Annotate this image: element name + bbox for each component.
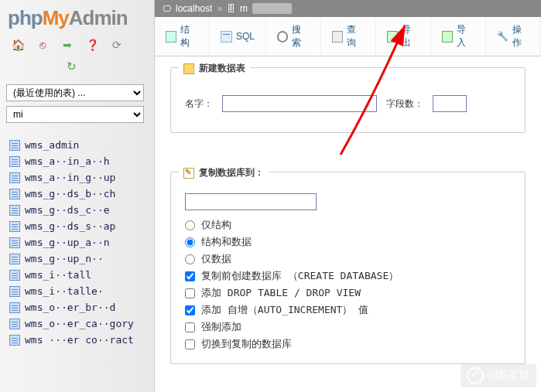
table-list: wms_admin wms_a··in_a··h wms_a··in_g··up… <box>0 131 154 354</box>
export-icon <box>387 31 398 43</box>
table-icon <box>9 172 20 183</box>
home-icon[interactable]: 🏠 <box>11 38 25 52</box>
table-row[interactable]: wms_o··er_ca··gory <box>3 315 151 332</box>
table-icon <box>9 140 20 151</box>
recent-tables-select[interactable]: (最近使用的表) ... <box>6 84 144 101</box>
watermark-icon <box>467 367 484 384</box>
table-row[interactable]: wms_g··up_n·· <box>3 251 151 267</box>
new-table-icon <box>183 63 194 74</box>
structure-icon <box>166 31 176 43</box>
exit-icon[interactable]: ⎋ <box>36 38 50 52</box>
table-icon <box>9 286 20 297</box>
wrench-icon: 🔧 <box>497 31 508 42</box>
table-name-input[interactable] <box>222 95 377 112</box>
table-icon <box>9 221 20 232</box>
opt-drop[interactable]: 添加 DROP TABLE / DROP VIEW <box>185 285 511 302</box>
table-row[interactable]: wms_o··er_br··d <box>3 299 151 315</box>
copy-target-input[interactable] <box>185 193 317 210</box>
table-icon <box>9 237 20 248</box>
logo-my: My <box>43 6 69 29</box>
table-icon <box>9 302 20 313</box>
table-icon <box>9 270 20 281</box>
table-icon <box>9 319 20 329</box>
tabs-bar: 结构 SQL 搜索 查询 导出 导入 🔧操作 <box>155 17 541 56</box>
help-icon[interactable]: ❓ <box>85 38 99 52</box>
db-selectors: (最近使用的表) ... mi <box>0 81 154 131</box>
database-select[interactable]: mi <box>6 106 144 123</box>
table-row[interactable]: wms_i··talle· <box>3 283 151 299</box>
breadcrumb-smudge: ____ <box>252 3 292 14</box>
tab-search[interactable]: 搜索 <box>266 17 321 56</box>
table-row[interactable]: wms_a··in_a··h <box>3 153 151 169</box>
copy-db-panel: 复制数据库到： 仅结构 结构和数据 仅数据 复制前创建数据库 （CREATE D… <box>170 172 526 364</box>
db-icon: 🗄 <box>227 4 235 13</box>
refresh-icon[interactable]: ↻ <box>67 60 77 73</box>
logo-php: php <box>8 6 43 29</box>
check-drop[interactable] <box>185 288 195 298</box>
logo: phpMyAdmin <box>0 0 154 33</box>
opt-struct-only[interactable]: 仅结构 <box>185 216 511 233</box>
table-icon <box>9 254 20 264</box>
radio-struct-only[interactable] <box>185 220 195 230</box>
table-icon <box>9 156 20 167</box>
copy-db-legend: 复制数据库到： <box>179 165 269 181</box>
tab-import[interactable]: 导入 <box>431 17 486 56</box>
main: 🖵 localhost » 🗄 m ____ 结构 SQL 搜索 查询 导出 导… <box>155 0 541 392</box>
sidebar: phpMyAdmin 🏠 ⎋ ➡ ❓ ⟳ ↻ (最近使用的表) ... mi w… <box>0 0 155 392</box>
breadcrumb-db[interactable]: m <box>240 3 248 14</box>
table-icon <box>9 205 20 216</box>
watermark: 创新互联 <box>461 364 536 387</box>
table-row[interactable]: wms_g··ds_c··e <box>3 202 151 218</box>
opt-struct-data[interactable]: 结构和数据 <box>185 233 511 251</box>
search-icon <box>277 31 288 43</box>
check-switch[interactable] <box>185 339 195 349</box>
copy-db-body: 仅结构 结构和数据 仅数据 复制前创建数据库 （CREATE DATABASE）… <box>171 189 525 363</box>
opt-create-db[interactable]: 复制前创建数据库 （CREATE DATABASE） <box>185 268 511 285</box>
radio-data-only[interactable] <box>185 254 195 264</box>
radio-struct-data[interactable] <box>185 237 195 247</box>
breadcrumb: 🖵 localhost » 🗄 m ____ <box>155 0 541 17</box>
table-row[interactable]: wms_g··ds_b··ch <box>3 186 151 202</box>
opt-switch[interactable]: 切换到复制的数据库 <box>185 336 511 353</box>
check-create-db[interactable] <box>185 271 195 281</box>
table-row[interactable]: wms_a··in_g··up <box>3 169 151 186</box>
check-autoinc[interactable] <box>185 305 195 315</box>
table-row[interactable]: wms_g··ds_s··ap <box>3 218 151 234</box>
breadcrumb-sep: » <box>217 3 222 14</box>
content: 新建数据表 名字： 字段数： 复制数据库到： 仅结构 结构和数据 仅数据 复制前… <box>155 56 541 392</box>
reload-icon[interactable]: ⟳ <box>110 38 124 52</box>
import-icon <box>442 31 453 43</box>
table-row[interactable]: wms_i··tall <box>3 267 151 283</box>
create-table-form: 名字： 字段数： <box>171 84 525 132</box>
nav-icons-row: 🏠 ⎋ ➡ ❓ ⟳ <box>0 33 154 56</box>
field-count-input[interactable] <box>433 95 467 112</box>
table-row[interactable]: wms_g··up_a··n <box>3 234 151 251</box>
tab-structure[interactable]: 结构 <box>155 17 210 56</box>
copy-icon <box>183 168 194 179</box>
tab-query[interactable]: 查询 <box>321 17 376 56</box>
table-row[interactable]: wms_admin <box>3 137 151 153</box>
sql-icon <box>221 31 232 43</box>
table-row[interactable]: wms ···er co··ract <box>3 332 151 348</box>
table-icon <box>9 335 20 346</box>
create-table-legend: 新建数据表 <box>179 60 250 77</box>
check-force[interactable] <box>185 322 195 332</box>
refresh-row: ↻ <box>0 56 154 81</box>
opt-autoinc[interactable]: 添加 自增（AUTO_INCREMENT） 值 <box>185 302 511 319</box>
breadcrumb-host[interactable]: localhost <box>176 3 212 14</box>
query-icon <box>332 31 343 43</box>
logo-admin: Admin <box>69 6 128 29</box>
name-label: 名字： <box>185 97 213 111</box>
table-icon <box>9 189 20 199</box>
sql-icon[interactable]: ➡ <box>60 38 74 52</box>
create-table-panel: 新建数据表 名字： 字段数： <box>170 67 526 133</box>
tab-operations[interactable]: 🔧操作 <box>486 17 541 56</box>
server-icon: 🖵 <box>163 4 171 13</box>
tab-export[interactable]: 导出 <box>376 17 431 56</box>
tab-sql[interactable]: SQL <box>210 17 266 56</box>
fields-label: 字段数： <box>386 97 423 111</box>
opt-data-only[interactable]: 仅数据 <box>185 251 511 268</box>
opt-force[interactable]: 强制添加 <box>185 319 511 336</box>
